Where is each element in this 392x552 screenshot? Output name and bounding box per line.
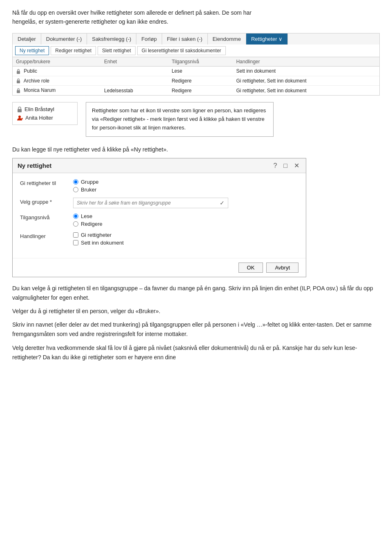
handlinger-label: Handlinger: [20, 232, 73, 239]
avbryt-button[interactable]: Avbryt: [266, 263, 298, 273]
row-tilgang-monica: Redigere: [168, 86, 233, 95]
tab-saksfremlegg[interactable]: Saksfremlegg (-): [87, 33, 136, 45]
form-row-handlinger: Handlinger Gi rettigheter Sett inn dokum…: [20, 232, 298, 247]
form-row-tilgangsniva: Tilgangsnivå Lese Redigere: [20, 213, 298, 227]
sett-inn-cb-row: Sett inn dokument: [73, 240, 298, 246]
lock-icon: [16, 88, 21, 93]
lock-icon: [17, 107, 22, 112]
permissions-table: Gruppe/brukere Enhet Tilgangsnivå Handli…: [13, 57, 379, 95]
row-enhet-monica: Ledelsesstab: [101, 86, 168, 95]
dialog-footer: OK Avbryt: [13, 258, 306, 277]
dialog-controls: ? □ ✕: [272, 162, 301, 169]
tab-eiendomme[interactable]: Eiendomme: [208, 33, 246, 45]
handlinger-control: Gi rettigheter Sett inn dokument: [73, 232, 298, 247]
search-gruppe-input[interactable]: [74, 198, 216, 207]
sett-inn-checkbox[interactable]: [73, 240, 78, 245]
col-header-tilgang: Tilgangsnivå: [168, 57, 233, 67]
lock-icon: [16, 78, 21, 84]
row-name-public: Public: [13, 66, 101, 76]
bottom-p3: Skriv inn navnet (eller deler av det med…: [12, 320, 380, 339]
redigere-radio-label[interactable]: Redigere: [73, 221, 298, 227]
bruker-radio[interactable]: [73, 187, 78, 192]
gi-rettigheter-checkbox[interactable]: [73, 232, 78, 238]
annotation-box: Rettigheter som har et ikon til venstre …: [86, 102, 274, 136]
rediger-rettighet-button[interactable]: Rediger rettighet: [51, 46, 96, 55]
table-row: Archive role Redigere Gi rettigheter, Se…: [13, 76, 379, 86]
dialog-body: Gi rettigheter til Gruppe Bruker Velg gr…: [13, 173, 306, 258]
dialog-title: Ny rettighet: [18, 162, 51, 169]
person-red-icon: [17, 115, 23, 121]
permissions-table-container: Ny rettighet Rediger rettighet Slett ret…: [12, 45, 380, 96]
svg-rect-6: [22, 118, 23, 119]
col-header-handlinger: Handlinger: [233, 57, 379, 67]
lese-radio-label[interactable]: Lese: [73, 213, 298, 219]
search-confirm-icon[interactable]: ✓: [216, 198, 228, 208]
dialog-help-button[interactable]: ?: [272, 162, 278, 169]
dialog-titlebar: Ny rettighet ? □ ✕: [13, 158, 306, 173]
row-handlinger-archive: Gi rettigheter, Sett inn dokument: [233, 76, 379, 86]
redigere-radio[interactable]: [73, 221, 78, 227]
row-name-archive: Archive role: [13, 76, 101, 86]
bottom-p4: Velg deretter hva vedkommende skal få lo…: [12, 343, 380, 362]
tilgangsniva-control: Lese Redigere: [73, 213, 298, 227]
user-card: Elin Bråstøyl Anita Holter: [12, 102, 78, 125]
bruker-radio-label[interactable]: Bruker: [73, 187, 298, 193]
row-handlinger-public: Sett inn dokument: [233, 66, 379, 76]
svg-rect-1: [17, 80, 20, 83]
intro-paragraph: Nå får du opp en oversikt over hvilke re…: [12, 8, 380, 27]
row-tilgang-public: Lese: [168, 66, 233, 76]
bottom-text: Du kan velge å gi rettigheten til en til…: [12, 284, 380, 362]
table-row: Monica Narum Ledelsesstab Redigere Gi re…: [13, 86, 379, 95]
tab-dokumenter[interactable]: Dokumenter (-): [41, 33, 87, 45]
slett-rettighet-button[interactable]: Slett rettighet: [98, 46, 136, 55]
svg-point-4: [18, 116, 21, 118]
ny-rettighet-button[interactable]: Ny rettighet: [15, 46, 49, 55]
ok-button[interactable]: OK: [238, 263, 263, 273]
row-tilgang-archive: Redigere: [168, 76, 233, 86]
gi-rettigheter-control: Gruppe Bruker: [73, 179, 298, 193]
lock-icon: [16, 69, 21, 74]
tab-filer[interactable]: Filer i saken (-): [162, 33, 208, 45]
tab-detaljer[interactable]: Detaljer: [13, 33, 41, 45]
velg-gruppe-control: ✓: [73, 198, 298, 208]
lese-radio[interactable]: [73, 214, 78, 219]
form-row-velg-gruppe: Velg gruppe * ✓: [20, 198, 298, 208]
dialog-minimize-button[interactable]: □: [282, 162, 289, 169]
annotation-section: Elin Bråstøyl Anita Holter Rettigheter s…: [12, 102, 380, 136]
row-name-monica: Monica Narum: [13, 86, 101, 95]
velg-gruppe-label: Velg gruppe *: [20, 198, 73, 205]
gruppe-radio[interactable]: [73, 179, 78, 185]
bottom-p1: Du kan velge å gi rettigheten til en til…: [12, 284, 380, 303]
svg-rect-0: [17, 71, 20, 74]
dialog-intro-text: Du kan legge til nye rettigheter ved å k…: [12, 145, 380, 154]
tab-rettigheter[interactable]: Rettigheter ∨: [246, 33, 288, 45]
user-card-row-elin: Elin Bråstøyl: [17, 105, 73, 114]
ny-rettighet-dialog: Ny rettighet ? □ ✕ Gi rettigheter til Gr…: [12, 158, 306, 277]
user-card-row-anita: Anita Holter: [17, 114, 73, 122]
col-header-gruppe: Gruppe/brukere: [13, 57, 101, 67]
gi-rettigheter-label: Gi rettigheter til: [20, 179, 73, 186]
dialog-close-button[interactable]: ✕: [292, 162, 301, 169]
gi-leserettigheter-button[interactable]: Gi leserettigheter til saksdokumenter: [137, 46, 226, 55]
row-handlinger-monica: Gi rettigheter, Sett inn dokument: [233, 86, 379, 95]
svg-rect-3: [18, 109, 22, 112]
table-toolbar: Ny rettighet Rediger rettighet Slett ret…: [13, 45, 379, 57]
table-row: Public Lese Sett inn dokument: [13, 66, 379, 76]
tilgangsniva-label: Tilgangsnivå: [20, 213, 73, 220]
gi-rettigheter-cb-row: Gi rettigheter: [73, 232, 298, 238]
tab-bar: Detaljer Dokumenter (-) Saksfremlegg (-)…: [12, 33, 380, 45]
gruppe-radio-label[interactable]: Gruppe: [73, 179, 298, 185]
svg-rect-2: [17, 90, 20, 93]
row-enhet-public: [101, 66, 168, 76]
row-enhet-archive: [101, 76, 168, 86]
search-input-wrap: ✓: [73, 198, 228, 208]
form-row-gi-rettigheter: Gi rettigheter til Gruppe Bruker: [20, 179, 298, 193]
col-header-enhet: Enhet: [101, 57, 168, 67]
bottom-p2: Velger du å gi rettigheter til en person…: [12, 307, 380, 316]
tab-forlop[interactable]: Forløp: [136, 33, 162, 45]
